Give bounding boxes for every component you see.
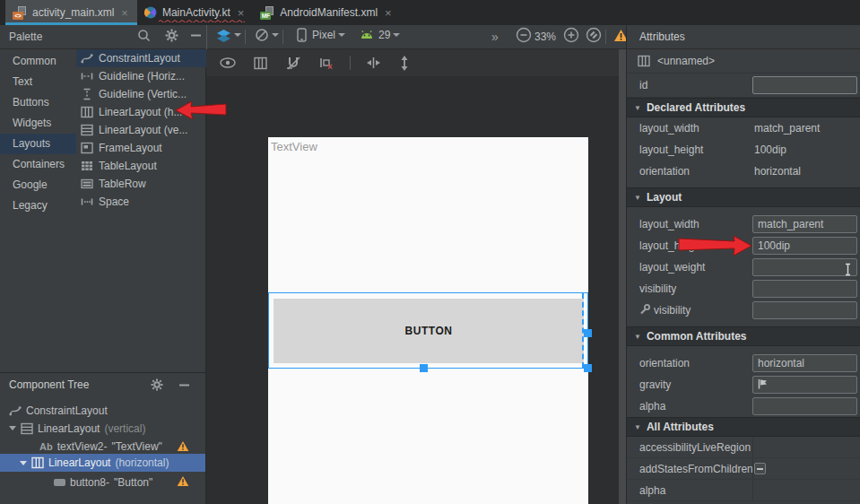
tree-item-linearlayout-horizontal[interactable]: LinearLayout(horizontal) <box>0 454 205 472</box>
tab-close-icon[interactable]: × <box>121 6 128 20</box>
autoconnect-off-magnet-icon[interactable] <box>282 53 304 73</box>
zoom-to-fit-icon[interactable] <box>583 25 604 45</box>
linearlayout-horizontal-icon <box>31 456 44 469</box>
resize-handle-bottom-center[interactable] <box>420 364 428 372</box>
flag-icon <box>758 378 768 392</box>
design-surface: × TextView BUTTON <box>206 49 619 504</box>
zoom-in-icon[interactable] <box>560 25 582 45</box>
category-legacy[interactable]: Legacy <box>0 196 76 216</box>
tablerow-icon <box>81 178 93 190</box>
tab-close-icon[interactable]: × <box>238 6 245 20</box>
orientation-input[interactable]: horizontal <box>752 354 857 372</box>
panel-splitter[interactable] <box>619 49 626 504</box>
category-common[interactable]: Common <box>0 51 76 72</box>
tab-activity-main-xml[interactable]: <> activity_main.xml × <box>5 0 137 25</box>
layout-weight-input[interactable] <box>752 258 857 276</box>
tools-visibility-input[interactable] <box>752 301 857 319</box>
view-options-eye-icon[interactable] <box>217 53 239 73</box>
alpha-input[interactable] <box>752 397 857 415</box>
category-widgets[interactable]: Widgets <box>0 113 76 134</box>
attr-row: addStatesFromChildren <box>627 458 860 480</box>
attributes-panel: Attributes <unnamed> id ▼ Declared Attri… <box>626 25 860 504</box>
component-constraintlayout[interactable]: ConstraintLayout <box>76 49 206 67</box>
tree-item-constraintlayout[interactable]: ConstraintLayout <box>0 402 205 419</box>
id-input[interactable] <box>752 76 857 94</box>
selected-linearlayout-bounds[interactable]: BUTTON <box>268 292 588 369</box>
linearlayout-horizontal-icon <box>638 55 650 67</box>
tab-mainactivity-kt[interactable]: MainActivity.kt × <box>137 0 253 25</box>
section-all-attributes[interactable]: ▼ All Attributes <box>627 417 860 437</box>
button-widget-icon <box>54 479 65 486</box>
component-space[interactable]: Space <box>76 193 206 211</box>
resize-handle-bottom-right[interactable] <box>584 364 592 372</box>
tree-minimize-icon[interactable] <box>176 375 193 395</box>
api-level-label: 29 <box>378 29 390 41</box>
layout-canvas[interactable]: TextView BUTTON <box>268 137 588 504</box>
section-declared-attributes[interactable]: ▼ Declared Attributes <box>627 98 860 117</box>
component-name: <unnamed> <box>657 55 715 67</box>
category-layouts[interactable]: Layouts <box>0 134 76 154</box>
section-layout[interactable]: ▼ Layout <box>627 187 860 207</box>
category-google[interactable]: Google <box>0 175 76 196</box>
expand-arrow-icon[interactable] <box>20 461 27 465</box>
tab-androidmanifest-xml[interactable]: MF AndroidManifest.xml × <box>253 0 400 25</box>
tree-item-linearlayout-vertical[interactable]: LinearLayout(vertical) <box>0 420 205 437</box>
collapse-triangle-icon[interactable]: ▼ <box>634 423 641 431</box>
framelayout-icon <box>81 142 93 154</box>
addstatesfromchildren-checkbox[interactable] <box>754 463 766 474</box>
layout-height-input[interactable]: 100dip <box>752 237 857 255</box>
resize-handle-right-middle[interactable] <box>584 329 592 337</box>
toolbar-overflow-chevron[interactable]: » <box>491 25 499 48</box>
palette-search-icon[interactable] <box>135 25 153 45</box>
api-version-selector[interactable]: 29 <box>357 25 403 45</box>
tree-settings-gear-icon[interactable] <box>148 375 166 395</box>
canvas-textview[interactable]: TextView <box>271 140 317 153</box>
canvas-button[interactable]: BUTTON <box>274 299 584 363</box>
linearlayout-vertical-icon <box>21 422 33 435</box>
gravity-input[interactable] <box>752 376 857 394</box>
component-tablelayout[interactable]: TableLayout <box>76 157 206 175</box>
error-squiggle <box>159 19 245 22</box>
palette-minimize-icon[interactable] <box>187 25 204 45</box>
device-label: Pixel <box>312 29 335 41</box>
id-label: id <box>627 79 752 91</box>
space-icon <box>81 196 93 208</box>
category-containers[interactable]: Containers <box>0 154 76 175</box>
attr-row: layout_width match_parent <box>627 117 860 139</box>
orientation-columns-icon[interactable] <box>251 53 270 73</box>
tree-item-textview2[interactable]: Ab textView2-"TextView" <box>0 438 205 455</box>
theme-selector-icon[interactable] <box>252 25 282 45</box>
component-tablerow[interactable]: TableRow <box>76 175 206 193</box>
clear-constraints-icon[interactable]: × <box>317 53 337 73</box>
tab-close-icon[interactable]: × <box>385 6 392 20</box>
component-tree-panel: Component Tree ConstraintLayout LinearLa… <box>0 372 206 504</box>
visibility-input[interactable] <box>752 280 857 298</box>
zoom-out-icon[interactable] <box>513 25 534 45</box>
component-guideline-vertical[interactable]: Guideline (Vertic... <box>76 85 206 103</box>
category-buttons[interactable]: Buttons <box>0 92 76 113</box>
expand-vertical-icon[interactable] <box>396 53 413 73</box>
component-linearlayout-horizontal[interactable]: LinearLayout (h... <box>76 103 206 121</box>
layout-width-input[interactable]: match_parent <box>752 215 857 233</box>
tree-item-button8[interactable]: button8-"Button" <box>0 474 205 491</box>
design-mode-layers-icon[interactable] <box>213 25 244 45</box>
collapse-triangle-icon[interactable]: ▼ <box>634 104 641 112</box>
align-horizontal-icon[interactable] <box>363 53 384 73</box>
palette-components: ConstraintLayout Guideline (Horiz... Gui… <box>76 49 206 211</box>
expand-arrow-icon[interactable] <box>9 426 16 430</box>
collapse-triangle-icon[interactable]: ▼ <box>634 333 641 341</box>
constraintlayout-icon <box>9 404 22 417</box>
tab-label: MainActivity.kt <box>162 6 230 19</box>
attr-row: layout_weight <box>627 256 860 278</box>
section-common-attributes[interactable]: ▼ Common Attributes <box>627 326 860 346</box>
palette-settings-gear-icon[interactable] <box>162 25 181 45</box>
component-guideline-horizontal[interactable]: Guideline (Horiz... <box>76 67 206 85</box>
attr-row: gravity <box>627 374 860 395</box>
component-linearlayout-vertical[interactable]: LinearLayout (ve... <box>76 121 206 139</box>
device-selector[interactable]: Pixel <box>294 25 348 45</box>
component-framelayout[interactable]: FrameLayout <box>76 139 206 157</box>
editor-tab-bar: <> activity_main.xml × MainActivity.kt ×… <box>0 0 860 25</box>
collapse-triangle-icon[interactable]: ▼ <box>634 194 641 202</box>
xml-file-icon: <> <box>13 6 27 20</box>
category-text[interactable]: Text <box>0 72 76 92</box>
